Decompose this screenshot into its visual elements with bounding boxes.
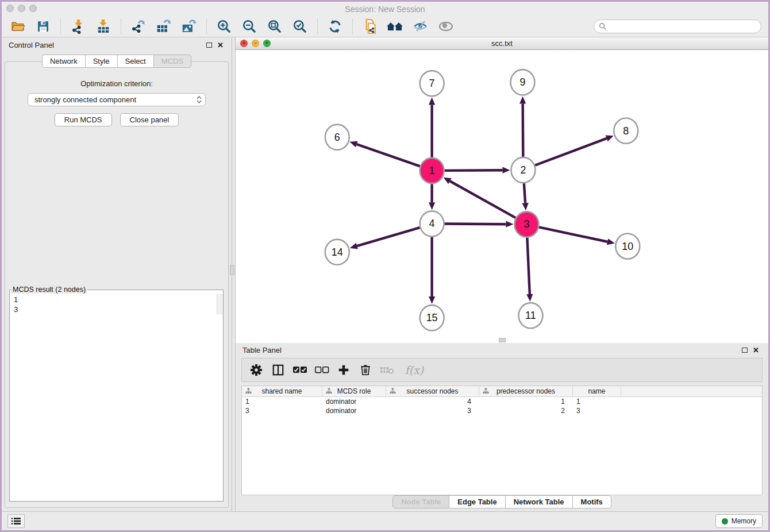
show-all-button[interactable]	[434, 18, 457, 35]
control-panel-title: Control Panel	[9, 41, 54, 49]
column-type-icon	[390, 388, 396, 394]
graph-node-label: 7	[429, 78, 435, 89]
network-graph[interactable]: 7968124314101511	[236, 50, 768, 343]
graph-edge[interactable]	[357, 228, 419, 246]
table-settings-button[interactable]	[247, 361, 266, 379]
search-input[interactable]	[610, 22, 756, 30]
graph-edge[interactable]	[445, 170, 503, 171]
network-maximize-icon[interactable]: +	[263, 40, 271, 47]
table-panel: Table Panel ✕	[235, 342, 768, 511]
export-image-button[interactable]	[178, 18, 201, 35]
optimization-criterion-label: Optimization criterion:	[5, 79, 228, 88]
tab-mcds[interactable]: MCDS	[153, 55, 191, 68]
select-all-rows-button[interactable]	[290, 361, 310, 379]
minimize-window-icon[interactable]	[18, 5, 25, 12]
zoom-in-button[interactable]	[213, 18, 236, 35]
search-area	[594, 20, 761, 33]
canvas-resize-handle[interactable]	[499, 338, 506, 342]
deselect-all-rows-button[interactable]	[312, 361, 332, 379]
maximize-window-icon[interactable]	[29, 5, 37, 12]
zoom-fit-icon	[267, 19, 282, 34]
save-session-icon	[36, 20, 50, 33]
tab-select[interactable]: Select	[117, 55, 154, 68]
zoom-fit-button[interactable]	[263, 18, 286, 35]
task-history-button[interactable]	[7, 514, 25, 528]
table-cell: 1	[242, 398, 322, 406]
graph-edge[interactable]	[524, 183, 525, 203]
column-header[interactable]: MCDS role	[322, 386, 386, 396]
graph-node-label: 15	[426, 312, 438, 323]
toolbar-separator	[317, 19, 318, 34]
network-canvas[interactable]: 7968124314101511	[236, 50, 768, 343]
table-cell: 1	[479, 398, 573, 406]
graph-edge[interactable]	[523, 103, 523, 156]
graph-edge[interactable]	[445, 224, 506, 225]
column-header[interactable]: successor nodes	[386, 386, 479, 396]
export-network-button[interactable]	[127, 18, 150, 35]
export-table-button[interactable]	[152, 18, 175, 35]
function-builder-button[interactable]: f(x)	[399, 361, 429, 379]
graph-edge[interactable]	[357, 144, 420, 166]
column-header[interactable]: predecessor nodes	[479, 386, 573, 396]
tab-network[interactable]: Network	[42, 55, 86, 68]
result-scrollbar[interactable]	[217, 294, 223, 314]
tab-network-table[interactable]: Network Table	[505, 495, 573, 508]
window-title: Session: New Session	[345, 5, 425, 14]
hide-selected-button[interactable]	[409, 18, 432, 35]
table-cell: 3	[573, 407, 621, 415]
close-panel-icon[interactable]: ✕	[217, 43, 224, 48]
first-neighbors-button[interactable]	[384, 18, 407, 35]
graph-node-label: 10	[622, 241, 633, 252]
float-panel-icon[interactable]	[206, 43, 212, 48]
function-builder-icon: f(x)	[405, 364, 424, 376]
column-header[interactable]: name	[573, 386, 621, 396]
import-network-icon	[71, 19, 86, 34]
network-close-icon[interactable]: ×	[240, 40, 248, 47]
divider-grip[interactable]	[230, 265, 234, 275]
network-window-titlebar[interactable]: × − + scc.txt	[236, 37, 768, 50]
memory-button[interactable]: Memory	[715, 514, 763, 528]
table-row[interactable]: 3dominator323	[242, 406, 762, 415]
run-mcds-button[interactable]: Run MCDS	[55, 113, 112, 126]
close-window-icon[interactable]	[6, 5, 14, 12]
column-header[interactable]: shared name	[242, 386, 322, 396]
panel-divider[interactable]	[232, 37, 235, 511]
refresh-button[interactable]	[324, 18, 346, 35]
network-window-title: scc.txt	[491, 39, 513, 48]
zoom-out-button[interactable]	[238, 18, 261, 35]
float-table-panel-icon[interactable]	[742, 348, 748, 353]
add-column-button[interactable]	[334, 361, 353, 379]
graph-edge[interactable]	[527, 238, 529, 295]
close-panel-button[interactable]: Close panel	[120, 113, 179, 126]
save-session-button[interactable]	[32, 18, 55, 35]
zoom-selected-button[interactable]	[288, 18, 311, 35]
search-field[interactable]	[594, 20, 761, 33]
toolbar-separator	[121, 19, 121, 34]
graph-edge[interactable]	[535, 138, 607, 165]
graph-edge-arrowhead	[519, 96, 526, 103]
graph-edge[interactable]	[539, 227, 607, 241]
delete-column-button[interactable]	[356, 361, 375, 379]
network-window: × − + scc.txt 7968124314101511	[235, 37, 768, 342]
criterion-select[interactable]: strongly connected component	[28, 93, 206, 106]
criterion-value: strongly connected component	[34, 95, 197, 104]
open-session-button[interactable]	[6, 18, 29, 35]
control-panel: Control Panel ✕ Network Style Select MCD…	[2, 37, 232, 511]
column-type-icon	[483, 388, 489, 394]
tab-node-table[interactable]: Node Table	[392, 495, 449, 508]
copy-network-button[interactable]	[359, 18, 382, 35]
select-chevrons-icon	[197, 96, 202, 103]
tab-edge-table[interactable]: Edge Table	[449, 495, 505, 508]
table-columns-button[interactable]	[268, 361, 288, 379]
network-minimize-icon[interactable]: −	[252, 40, 259, 47]
import-table-button[interactable]	[92, 18, 115, 35]
graph-edge[interactable]	[450, 181, 515, 218]
status-bar: Memory	[2, 511, 768, 530]
tab-motifs[interactable]: Motifs	[572, 495, 611, 508]
delete-table-button[interactable]	[378, 361, 397, 379]
graph-node-label: 6	[334, 132, 340, 143]
table-row[interactable]: 1dominator411	[242, 397, 762, 406]
import-network-button[interactable]	[67, 18, 90, 35]
tab-style[interactable]: Style	[85, 55, 118, 68]
close-table-panel-icon[interactable]: ✕	[753, 348, 759, 353]
